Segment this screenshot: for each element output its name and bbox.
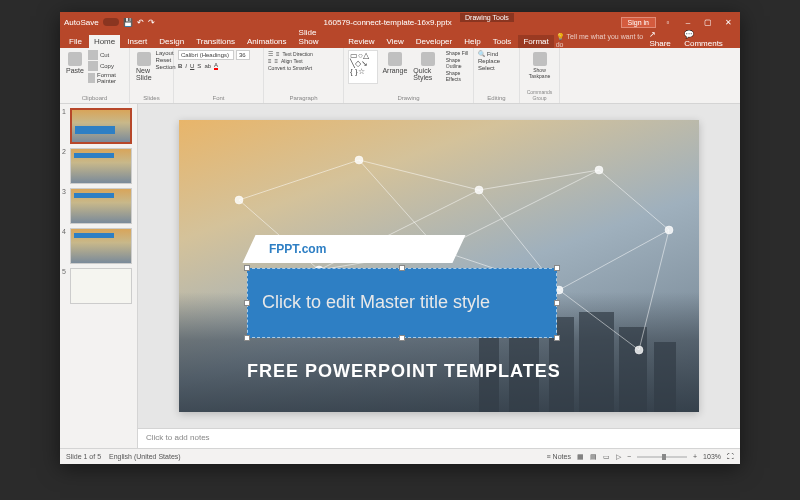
shape-effects-button[interactable]: Shape Effects: [446, 70, 469, 82]
ribbon-options-icon[interactable]: ▫: [660, 18, 676, 27]
thumbnail-3[interactable]: [70, 188, 132, 224]
resize-handle[interactable]: [554, 265, 560, 271]
copy-icon: [88, 61, 98, 71]
text-direction-button[interactable]: Text Direction: [283, 51, 313, 57]
resize-handle[interactable]: [244, 265, 250, 271]
zoom-level[interactable]: 103%: [703, 453, 721, 460]
italic-button[interactable]: I: [185, 63, 187, 69]
section-button[interactable]: Section: [156, 64, 176, 70]
resize-handle[interactable]: [399, 265, 405, 271]
layout-button[interactable]: Layout: [156, 50, 176, 56]
tab-developer[interactable]: Developer: [411, 35, 457, 48]
slide-canvas[interactable]: FPPT.com Click to edit Master title styl…: [138, 104, 740, 428]
status-bar: Slide 1 of 5 English (United States) ≡ N…: [60, 448, 740, 464]
thumbnail-2[interactable]: [70, 148, 132, 184]
align-left-button[interactable]: ≡: [268, 58, 272, 64]
reset-button[interactable]: Reset: [156, 57, 176, 63]
redo-icon[interactable]: ↷: [148, 18, 155, 27]
tab-format[interactable]: Format: [518, 35, 553, 48]
find-button[interactable]: 🔍 Find: [478, 50, 515, 57]
paste-icon: [68, 52, 82, 66]
thumbnail-5[interactable]: [70, 268, 132, 304]
quick-styles-button[interactable]: Quick Styles: [411, 50, 444, 95]
tab-tools[interactable]: Tools: [488, 35, 517, 48]
shapes-gallery[interactable]: ▭○△╲◇↘{ }☆: [348, 50, 378, 84]
slide-counter: Slide 1 of 5: [66, 453, 101, 460]
tab-help[interactable]: Help: [459, 35, 485, 48]
resize-handle[interactable]: [244, 335, 250, 341]
notes-pane[interactable]: Click to add notes: [138, 428, 740, 448]
workspace: 1 2 3 4 5: [60, 104, 740, 448]
maximize-icon[interactable]: ▢: [700, 18, 716, 27]
underline-button[interactable]: U: [190, 63, 194, 69]
reading-view-icon[interactable]: ▭: [603, 453, 610, 461]
tab-home[interactable]: Home: [89, 35, 120, 48]
tab-insert[interactable]: Insert: [122, 35, 152, 48]
cut-button[interactable]: Cut: [88, 50, 125, 60]
ribbon-tabs: File Home Insert Design Transitions Anim…: [60, 32, 740, 48]
resize-handle[interactable]: [244, 300, 250, 306]
smartart-button[interactable]: Convert to SmartArt: [268, 65, 312, 71]
tab-transitions[interactable]: Transitions: [191, 35, 240, 48]
resize-handle[interactable]: [554, 335, 560, 341]
align-text-button[interactable]: Align Text: [281, 58, 303, 64]
strike-button[interactable]: S: [197, 63, 201, 69]
undo-icon[interactable]: ↶: [137, 18, 144, 27]
format-painter-button[interactable]: Format Painter: [88, 72, 125, 84]
show-taskpane-button[interactable]: Show Taskpane: [524, 50, 555, 81]
tab-file[interactable]: File: [64, 35, 87, 48]
svg-line-7: [559, 230, 669, 290]
font-name-select[interactable]: Calibri (Headings): [178, 50, 234, 60]
svg-line-3: [599, 170, 669, 230]
arrange-button[interactable]: Arrange: [380, 50, 409, 95]
svg-line-1: [359, 160, 479, 190]
shape-fill-button[interactable]: Shape Fill: [446, 50, 469, 56]
watermark: FREE POWERPOINT TEMPLATES: [247, 361, 561, 382]
thumbnail-4[interactable]: [70, 228, 132, 264]
zoom-in-button[interactable]: +: [693, 453, 697, 460]
app-window: AutoSave 💾 ↶ ↷ 160579-connect-template-1…: [60, 12, 740, 464]
brush-icon: [88, 73, 95, 83]
tab-design[interactable]: Design: [154, 35, 189, 48]
share-button[interactable]: ↗ Share: [649, 30, 678, 48]
title-placeholder[interactable]: Click to edit Master title style: [247, 268, 557, 338]
notes-toggle[interactable]: ≡ Notes: [547, 453, 571, 460]
signin-button[interactable]: Sign in: [621, 17, 656, 28]
tab-review[interactable]: Review: [343, 35, 379, 48]
bold-button[interactable]: B: [178, 63, 182, 69]
font-color-button[interactable]: A: [214, 62, 218, 70]
resize-handle[interactable]: [399, 335, 405, 341]
zoom-out-button[interactable]: −: [627, 453, 631, 460]
shadow-button[interactable]: ab: [204, 63, 211, 69]
slide-thumbnails: 1 2 3 4 5: [60, 104, 138, 448]
resize-handle[interactable]: [554, 300, 560, 306]
thumbnail-1[interactable]: [70, 108, 132, 144]
zoom-slider[interactable]: [637, 456, 687, 458]
shape-outline-button[interactable]: Shape Outline: [446, 57, 469, 69]
select-button[interactable]: Select: [478, 65, 515, 71]
bullets-button[interactable]: ☰: [268, 50, 273, 57]
language-status[interactable]: English (United States): [109, 453, 181, 460]
save-icon[interactable]: 💾: [123, 18, 133, 27]
align-center-button[interactable]: ≡: [275, 58, 279, 64]
paste-button[interactable]: Paste: [64, 50, 86, 95]
copy-button[interactable]: Copy: [88, 61, 125, 71]
numbering-button[interactable]: ≡: [276, 51, 280, 57]
comments-button[interactable]: 💬 Comments: [684, 30, 732, 48]
fit-window-icon[interactable]: ⛶: [727, 453, 734, 460]
tab-slideshow[interactable]: Slide Show: [294, 26, 342, 48]
titlebar: AutoSave 💾 ↶ ↷ 160579-connect-template-1…: [60, 12, 740, 32]
tab-animations[interactable]: Animations: [242, 35, 292, 48]
normal-view-icon[interactable]: ▦: [577, 453, 584, 461]
svg-line-2: [479, 170, 599, 190]
replace-button[interactable]: Replace: [478, 58, 515, 64]
slideshow-view-icon[interactable]: ▷: [616, 453, 621, 461]
autosave-toggle[interactable]: [103, 18, 119, 26]
new-slide-button[interactable]: New Slide: [134, 50, 154, 95]
tab-view[interactable]: View: [382, 35, 409, 48]
minimize-icon[interactable]: –: [680, 18, 696, 27]
sorter-view-icon[interactable]: ▤: [590, 453, 597, 461]
tell-me[interactable]: 💡 Tell me what you want to do: [556, 33, 648, 48]
font-size-select[interactable]: 36: [236, 50, 250, 60]
close-icon[interactable]: ✕: [720, 18, 736, 27]
